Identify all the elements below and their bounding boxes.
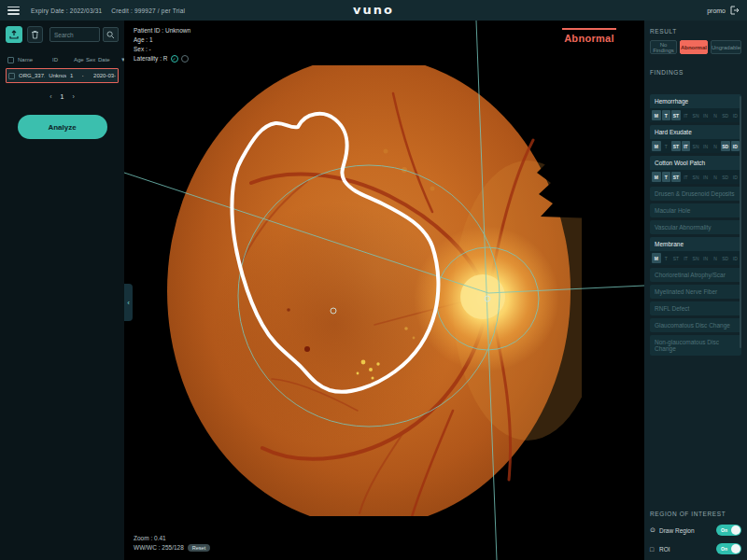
license-info: Expiry Date : 2022/03/31 Credit : 999927… — [31, 7, 185, 14]
sidebar-collapse-handle[interactable]: ‹ — [124, 284, 133, 321]
current-page[interactable]: 1 — [61, 93, 64, 100]
location-chip-m[interactable]: M — [652, 172, 661, 182]
location-chip-it[interactable]: IT — [682, 141, 691, 151]
column-header-age[interactable]: Age — [74, 57, 86, 63]
finding-hemorrhage[interactable]: HemorrhageMTSTITSNINNSDID — [650, 94, 741, 122]
table-row[interactable]: ORG_337.jpg Unknown 1 - 2020-03-27 — [6, 68, 119, 83]
table-header-row: NameIDAgeSexDate ▼ — [6, 54, 119, 65]
reset-button[interactable]: Reset — [188, 544, 210, 552]
location-chip-t[interactable]: T — [662, 172, 671, 182]
location-chip-m[interactable]: M — [652, 110, 661, 120]
file-table-body: ORG_337.jpg Unknown 1 - 2020-03-27 — [6, 68, 119, 83]
location-chip-t[interactable]: T — [662, 141, 671, 151]
location-chip-sn[interactable]: SN — [691, 172, 700, 182]
location-chip-t[interactable]: T — [662, 110, 671, 120]
select-all-checkbox[interactable] — [7, 57, 14, 63]
vuno-logo: vuno — [353, 3, 394, 17]
location-chips: MTSTITSNINNSDID — [650, 139, 741, 153]
result-no-findings-button[interactable]: No Findings — [650, 40, 677, 54]
findings-scrollbar[interactable] — [740, 96, 741, 348]
draw-region-toggle[interactable]: On — [716, 525, 741, 536]
viewer-status-overlay: Zoom : 0.41 WW/WC : 255/128 Reset — [134, 534, 210, 553]
finding-label: Hemorrhage — [650, 94, 741, 108]
column-header-name[interactable]: Name — [18, 57, 52, 63]
menu-icon[interactable] — [7, 7, 20, 15]
laterality-left-icon[interactable] — [181, 55, 189, 63]
finding-membrane[interactable]: MembraneMTSTITSNINNSDID — [650, 237, 741, 265]
location-chip-in[interactable]: IN — [701, 110, 711, 120]
location-chip-it[interactable]: IT — [682, 253, 691, 263]
prev-page-button[interactable]: ‹ — [49, 93, 51, 100]
trash-icon — [31, 30, 39, 39]
location-chip-m[interactable]: M — [652, 141, 661, 151]
roi-rows: ⊙ Draw Region On □ ROI On — [650, 525, 741, 554]
location-chips: MTSTITSNINNSDID — [650, 108, 741, 122]
location-chip-sn[interactable]: SN — [691, 141, 700, 151]
row-checkbox[interactable] — [8, 73, 15, 79]
location-chip-n[interactable]: N — [711, 253, 720, 263]
next-page-button[interactable]: › — [72, 93, 74, 100]
result-abnormal-button[interactable]: Abnormal — [680, 40, 708, 54]
finding-chorioretinal-atrophy-scar[interactable]: Chorioretinal Atrophy/Scar — [650, 268, 741, 282]
finding-label: Membrane — [650, 237, 741, 251]
search-input[interactable] — [49, 27, 100, 42]
laterality-right-icon[interactable]: ✓ — [171, 55, 178, 63]
file-sidebar: NameIDAgeSexDate ▼ ORG_337.jpg Unknown 1… — [0, 21, 124, 560]
location-chip-n[interactable]: N — [711, 110, 720, 120]
column-header-date[interactable]: Date — [98, 57, 120, 63]
finding-vascular-abnormality[interactable]: Vascular Abnormality — [650, 220, 741, 234]
finding-glaucomatous-disc-change[interactable]: Glaucomatous Disc Change — [650, 318, 741, 332]
location-chip-it[interactable]: IT — [682, 110, 691, 120]
finding-drusen-drusenoid-deposits[interactable]: Drusen & Drusenoid Deposits — [650, 187, 741, 201]
location-chip-in[interactable]: IN — [701, 253, 711, 263]
column-header-sex[interactable]: Sex — [86, 57, 98, 63]
location-chip-t[interactable]: T — [662, 253, 671, 263]
cell-sex: - — [82, 73, 91, 78]
location-chip-in[interactable]: IN — [701, 172, 711, 182]
finding-non-glaucomatous-disc-change[interactable]: Non-glaucomatous Disc Change — [650, 335, 741, 356]
roi-section: REGION OF INTEREST ⊙ Draw Region On □ RO… — [650, 511, 741, 554]
username: promo — [707, 7, 726, 14]
finding-cotton-wool-patch[interactable]: Cotton Wool PatchMTSTITSNINNSDID — [650, 156, 741, 184]
image-viewer[interactable]: Patient ID : Unknown Age : 1 Sex : - Lat… — [124, 21, 644, 560]
location-chip-sn[interactable]: SN — [691, 110, 700, 120]
roi-toggle[interactable]: On — [716, 543, 741, 554]
location-chip-sn[interactable]: SN — [691, 253, 700, 263]
patient-age: Age : 1 — [134, 35, 190, 45]
location-chip-in[interactable]: IN — [701, 141, 711, 151]
location-chip-sd[interactable]: SD — [721, 253, 730, 263]
search-button[interactable] — [103, 27, 119, 42]
findings-title: FINDINGS — [650, 69, 741, 76]
logout-icon[interactable] — [730, 6, 740, 15]
location-chip-m[interactable]: M — [652, 253, 661, 263]
location-chip-id[interactable]: ID — [731, 141, 740, 151]
patient-sex: Sex : - — [134, 45, 190, 54]
upload-button[interactable] — [6, 26, 22, 43]
location-chip-id[interactable]: ID — [731, 110, 740, 120]
location-chip-sd[interactable]: SD — [721, 110, 730, 120]
finding-rnfl-defect[interactable]: RNFL Defect — [650, 301, 741, 315]
location-chip-n[interactable]: N — [711, 141, 720, 151]
finding-label: Cotton Wool Patch — [650, 156, 741, 170]
location-chip-it[interactable]: IT — [682, 172, 691, 182]
finding-label: Hard Exudate — [650, 125, 741, 139]
location-chip-st[interactable]: ST — [671, 141, 681, 151]
location-chip-id[interactable]: ID — [731, 253, 740, 263]
location-chip-id[interactable]: ID — [731, 172, 740, 182]
location-chip-sd[interactable]: SD — [721, 172, 730, 182]
location-chip-sd[interactable]: SD — [721, 141, 730, 151]
upload-icon — [9, 30, 19, 39]
location-chip-st[interactable]: ST — [671, 110, 681, 120]
finding-macular-hole[interactable]: Macular Hole — [650, 203, 741, 217]
delete-button[interactable] — [27, 26, 44, 43]
finding-hard-exudate[interactable]: Hard ExudateMTSTITSNINNSDID — [650, 125, 741, 153]
result-ungradable-button[interactable]: Ungradable — [711, 40, 741, 54]
location-chips: MTSTITSNINNSDID — [650, 251, 741, 265]
location-chip-st[interactable]: ST — [671, 172, 681, 182]
finding-label: RNFL Defect — [650, 301, 741, 315]
location-chip-st[interactable]: ST — [671, 253, 681, 263]
column-header-id[interactable]: ID — [52, 57, 74, 63]
finding-myelinated-nerve-fiber[interactable]: Myelinated Nerve Fiber — [650, 285, 741, 299]
analyze-button[interactable]: Analyze — [18, 115, 107, 139]
location-chip-n[interactable]: N — [711, 172, 720, 182]
